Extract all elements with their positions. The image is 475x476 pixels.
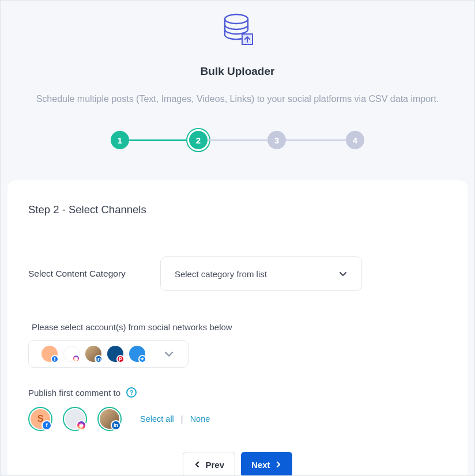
select-none-link[interactable]: None	[190, 414, 210, 424]
svg-point-0	[225, 14, 248, 24]
step-line-1-2	[129, 139, 189, 141]
progress-stepper: 1 2 3 4	[111, 131, 364, 149]
category-select[interactable]: Select category from list	[160, 256, 362, 291]
account-avatar-pinterest: P	[107, 346, 123, 362]
page-title: Bulk Uploader	[7, 65, 468, 78]
account-avatar-instagram: ◉	[63, 346, 80, 362]
linkedin-icon: in	[95, 355, 103, 363]
pinterest-icon: P	[116, 355, 125, 363]
bluesky-icon: ✦	[138, 355, 146, 363]
category-select-placeholder: Select category from list	[175, 269, 267, 279]
accounts-label: Please select account(s) from social net…	[32, 322, 447, 332]
first-comment-account-linkedin[interactable]: in	[97, 407, 122, 431]
first-comment-account-facebook[interactable]: S f	[28, 407, 52, 431]
account-avatar-facebook: f	[42, 346, 58, 362]
prev-button[interactable]: Prev	[183, 452, 235, 476]
chevron-right-icon	[275, 461, 282, 468]
account-avatar-linkedin: in	[85, 346, 101, 362]
instagram-icon: ◉	[76, 420, 86, 430]
select-all-link[interactable]: Select all	[140, 414, 174, 424]
linkedin-icon: in	[111, 420, 121, 430]
account-avatar-bluesky: ✦	[129, 346, 145, 362]
category-label: Select Content Category	[28, 269, 126, 279]
step-2: 2	[189, 131, 208, 149]
next-button-label: Next	[251, 460, 270, 470]
next-button[interactable]: Next	[241, 452, 292, 476]
accounts-avatar-stack: f ◉ in P ✦	[42, 346, 145, 362]
chevron-down-icon	[338, 269, 348, 278]
step-1: 1	[111, 131, 129, 149]
instagram-icon: ◉	[72, 354, 80, 362]
first-comment-account-instagram[interactable]: ◉	[63, 407, 87, 431]
facebook-icon: f	[51, 355, 59, 363]
step-3: 3	[267, 131, 286, 149]
help-icon[interactable]: ?	[126, 387, 137, 398]
prev-button-label: Prev	[205, 460, 224, 470]
step-4: 4	[346, 131, 364, 149]
step-card: Step 2 - Select Channels Select Content …	[7, 180, 468, 476]
bulk-uploader-icon	[7, 13, 468, 47]
select-separator: |	[181, 414, 183, 424]
step-heading: Step 2 - Select Channels	[28, 203, 447, 216]
step-line-2-3	[208, 139, 267, 141]
chevron-down-icon	[164, 349, 174, 359]
facebook-icon: f	[42, 420, 52, 430]
step-line-3-4	[286, 139, 346, 141]
page-subtitle: Schedule multiple posts (Text, Images, V…	[7, 93, 468, 105]
first-comment-label: Publish first comment to	[28, 388, 120, 398]
accounts-picker[interactable]: f ◉ in P ✦	[28, 340, 189, 368]
chevron-left-icon	[194, 461, 201, 468]
